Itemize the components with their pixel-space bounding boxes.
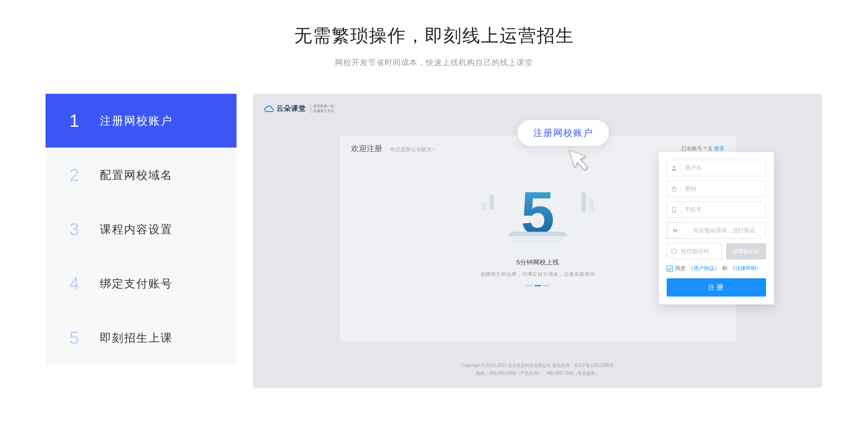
register-submit-button[interactable]: 注册: [667, 278, 766, 297]
username-placeholder: 用户名: [685, 164, 702, 172]
step-item-register[interactable]: 1 注册网校账户: [46, 94, 237, 148]
welcome-slogan: 你总是那么有眼光~: [390, 146, 435, 152]
phone-placeholder: 手机号: [685, 206, 702, 214]
svg-point-0: [673, 166, 675, 168]
brand-logo: 云朵课堂 教育机构一站 式服务云平台: [264, 104, 334, 113]
already-account: 已有账号？去 登录: [681, 145, 724, 152]
step-item-payment[interactable]: 4 绑定支付账号: [46, 257, 237, 311]
cloud-icon: [264, 106, 274, 112]
shield-icon: [671, 248, 677, 255]
steps-list: 1 注册网校账户 2 配置网校域名 3 课程内容设置 4 绑定支付账号 5 即刻…: [46, 94, 237, 388]
page-subtitle: 网校开发节省时间成本，快速上线机构自己的线上课堂: [0, 57, 868, 68]
password-placeholder: 密码: [685, 185, 696, 193]
step-item-domain[interactable]: 2 配置网校域名: [46, 148, 237, 202]
platform-icon: [510, 231, 566, 250]
step-number: 1: [69, 111, 100, 131]
tooltip-bubble: 注册网校账户: [518, 120, 609, 146]
sms-code-placeholder: 短信验证码: [681, 247, 709, 255]
login-link[interactable]: 登录: [714, 145, 724, 152]
preview-footer: Copyright © 2014-2021 北京昱新科技有限公司 版权所有 京I…: [264, 362, 811, 377]
dot[interactable]: [543, 285, 549, 287]
register-form: 用户名 密码 手机号 向右拖动滑块，进行验证: [659, 152, 774, 304]
preview-panel: 云朵课堂 教育机构一站 式服务云平台 欢迎注册 你总是那么有眼光~ 已有账号？去…: [253, 94, 822, 388]
center-desc: 创建独立的品牌，可绑定自主域名，注册直接使用: [480, 271, 595, 277]
dot[interactable]: [526, 285, 532, 287]
legal-statement-link[interactable]: 《法律声明》: [730, 265, 761, 272]
bar-deco-icon: [482, 202, 486, 211]
step-label: 课程内容设置: [100, 222, 173, 237]
center-title: 5分钟网校上线: [480, 258, 595, 267]
sms-code-field[interactable]: 短信验证码: [667, 243, 722, 260]
bar-deco-icon: [582, 192, 586, 212]
content-row: 1 注册网校账户 2 配置网校域名 3 课程内容设置 4 绑定支付账号 5 即刻…: [0, 68, 868, 388]
step-number: 5: [69, 328, 100, 348]
hotline-line: 热线：400-965-8366（产品咨询） 400-965-7366（售后服务）: [264, 369, 811, 377]
slider-text: 向右拖动滑块，进行验证: [686, 227, 762, 234]
agree-row: 同意 《用户协议》 和 《法律声明》: [667, 265, 766, 272]
big-five-graphic: 5: [510, 183, 566, 239]
center-graphic: 5 5分钟网校上线 创建独立的品牌，可绑定自主域名，注册直接使用: [480, 183, 595, 287]
svg-point-3: [674, 211, 674, 211]
slider-captcha[interactable]: 向右拖动滑块，进行验证: [667, 222, 766, 239]
bar-deco-icon: [490, 195, 494, 210]
already-text: 已有账号？去: [681, 145, 713, 152]
slider-handle-icon[interactable]: [667, 223, 683, 238]
user-agreement-link[interactable]: 《用户协议》: [688, 265, 720, 272]
password-field[interactable]: 密码: [667, 181, 766, 197]
preview-inner: 云朵课堂 教育机构一站 式服务云平台 欢迎注册 你总是那么有眼光~ 已有账号？去…: [264, 104, 811, 377]
phone-icon: [671, 206, 677, 213]
hero-header: 无需繁琐操作，即刻线上运营招生 网校开发节省时间成本，快速上线机构自己的线上课堂: [0, 0, 868, 68]
svg-rect-1: [672, 188, 676, 191]
step-label: 即刻招生上课: [100, 330, 173, 346]
page-title: 无需繁琐操作，即刻线上运营招生: [0, 24, 868, 48]
welcome-title: 欢迎注册: [351, 144, 382, 153]
dot-active[interactable]: [535, 285, 541, 287]
step-label: 配置网校域名: [100, 168, 173, 183]
agree-checkbox[interactable]: [667, 266, 673, 272]
get-code-button[interactable]: 获取验证码: [726, 243, 766, 260]
step-label: 绑定支付账号: [100, 276, 173, 291]
brand-name: 云朵课堂: [276, 104, 306, 113]
step-number: 4: [69, 274, 100, 293]
carousel-dots: [480, 285, 595, 287]
step-item-course[interactable]: 3 课程内容设置: [46, 202, 237, 257]
phone-field[interactable]: 手机号: [667, 201, 766, 218]
agree-prefix: 同意: [675, 265, 686, 272]
step-label: 注册网校账户: [100, 113, 173, 129]
brand-tagline: 教育机构一站 式服务云平台: [310, 104, 334, 113]
step-item-launch[interactable]: 5 即刻招生上课: [46, 311, 237, 365]
step-number: 2: [69, 165, 100, 185]
username-field[interactable]: 用户名: [667, 160, 766, 176]
copyright-line: Copyright © 2014-2021 北京昱新科技有限公司 版权所有 京I…: [264, 362, 811, 369]
user-icon: [671, 165, 677, 171]
lock-icon: [671, 185, 677, 192]
agree-and: 和: [722, 265, 727, 272]
bar-deco-icon: [589, 198, 594, 211]
step-number: 3: [69, 220, 100, 239]
